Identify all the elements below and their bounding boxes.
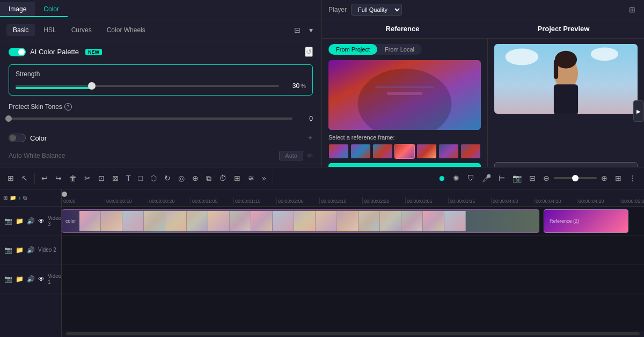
track-2-icon-audio: 🔊: [27, 246, 35, 254]
project-preview-header: Project Preview: [483, 19, 644, 39]
save-apply-button[interactable]: Save & Apply: [494, 162, 638, 167]
tool-cursor[interactable]: ↖: [18, 172, 31, 185]
frame-select-label: Select a reference frame:: [328, 134, 481, 141]
subtab-curves[interactable]: Curves: [65, 24, 98, 36]
sub-tabs-bar: Basic HSL Curves Color Wheels ⊟ ▾: [0, 19, 321, 41]
tool-tag[interactable]: ⊨: [495, 172, 508, 185]
svg-rect-3: [375, 86, 434, 88]
subtab-color-wheels[interactable]: Color Wheels: [100, 24, 152, 36]
thumb-1[interactable]: [328, 144, 349, 159]
palette-reset-icon[interactable]: ↺: [305, 47, 313, 57]
thumb-2[interactable]: [350, 144, 371, 159]
tool-more[interactable]: »: [259, 172, 269, 185]
track-3-icon-audio: 🔊: [27, 217, 35, 225]
add-track-icon[interactable]: ⊞: [3, 195, 8, 201]
from-local-btn[interactable]: From Local: [377, 44, 422, 55]
toolbar: ⊞ ↖ ↩ ↪ 🗑 ✂ ⊡ ⊠ T □ ⬡ ↻ ◎ ⊕ ⧉ ⏱ ⊞ ≋ » ⏺ …: [0, 167, 644, 189]
protect-slider[interactable]: [9, 118, 292, 120]
subtab-hsl[interactable]: HSL: [37, 24, 62, 36]
tool-zoom-in[interactable]: ⊕: [598, 172, 611, 185]
tool-screenshot[interactable]: ⊟: [526, 172, 539, 185]
track-label-tools: ⊞ 📁 ♪ ⧉: [0, 189, 61, 207]
right-arrow-button[interactable]: ▶: [633, 100, 644, 122]
ruler-mark-2: 00:00:00:20: [148, 197, 191, 204]
star-icon: ✦: [308, 134, 313, 142]
color-toggle[interactable]: [9, 134, 26, 142]
color-section-label: Color: [30, 134, 47, 142]
tab-color[interactable]: Color: [35, 2, 68, 17]
tool-resize[interactable]: ⊞: [231, 172, 244, 185]
track-3-icon-camera: 📷: [4, 217, 12, 225]
ruler-mark-1: 00:00:00:10: [105, 197, 148, 204]
grid-icon[interactable]: ⊞: [627, 3, 638, 16]
expand-icon[interactable]: ▾: [307, 24, 315, 36]
from-project-btn[interactable]: From Project: [328, 44, 377, 55]
tool-shield[interactable]: ⛉: [464, 172, 478, 185]
zoom-slider[interactable]: [554, 177, 597, 179]
tool-clip[interactable]: ⧉: [203, 172, 215, 185]
marker-icon[interactable]: ⧉: [23, 195, 27, 201]
track-1-icon-camera: 📷: [4, 275, 12, 283]
track-1-icon-eye[interactable]: 👁: [38, 275, 45, 283]
tool-marker[interactable]: ⊕: [189, 172, 202, 185]
tool-undo[interactable]: ↩: [38, 172, 51, 185]
subtab-basic[interactable]: Basic: [6, 24, 35, 36]
tool-record[interactable]: ⏺: [435, 172, 449, 185]
thumb-4[interactable]: [394, 144, 415, 159]
generate-button[interactable]: Generate: [328, 163, 481, 167]
ruler-mark-0: 00:00: [62, 197, 105, 204]
svg-rect-11: [554, 60, 558, 79]
tool-grid-layout[interactable]: ⊞: [612, 172, 625, 185]
tool-redo[interactable]: ↪: [52, 172, 65, 185]
timeline-scrollbar[interactable]: [66, 332, 640, 335]
tool-zoom-out[interactable]: ⊖: [540, 172, 553, 185]
project-preview-image: [494, 44, 638, 114]
tool-effect[interactable]: ✺: [450, 172, 463, 185]
ruler-mark-9: 00:00:03:15: [448, 197, 491, 204]
strength-box: Strength 30 %: [9, 64, 313, 96]
tool-rotate[interactable]: ↻: [161, 172, 174, 185]
tool-cut[interactable]: ✂: [81, 172, 94, 185]
tool-more-right[interactable]: ⋮: [626, 172, 640, 185]
auto-btn[interactable]: Auto: [279, 151, 303, 160]
folder-icon[interactable]: 📁: [10, 195, 16, 201]
tool-split[interactable]: ⊠: [109, 172, 122, 185]
track-label-1: 📷 📁 🔊 👁 Video 1: [0, 265, 61, 294]
thumb-5[interactable]: [416, 144, 437, 159]
color-clip[interactable]: color: [62, 209, 539, 233]
quality-select[interactable]: Full Quality Half Quality: [351, 4, 402, 16]
layout-icon[interactable]: ⊟: [292, 24, 303, 36]
reference-clip[interactable]: Reference (2): [544, 209, 628, 233]
tool-shape[interactable]: ⬡: [147, 172, 160, 185]
ruler-mark-7: 00:00:02:20: [362, 197, 405, 204]
ai-palette-toggle[interactable]: [9, 48, 26, 56]
tab-image[interactable]: Image: [0, 2, 35, 17]
strength-slider[interactable]: [16, 85, 279, 87]
music-icon[interactable]: ♪: [18, 195, 21, 201]
auto-wb-row: Auto White Balance Auto ✏: [0, 148, 321, 164]
svg-point-5: [506, 49, 539, 65]
reference-preview: [328, 60, 481, 130]
track-3-icon-eye[interactable]: 👁: [38, 217, 45, 225]
tool-crop[interactable]: ⊡: [95, 172, 108, 185]
tool-sticker[interactable]: ◎: [175, 172, 188, 185]
thumb-3[interactable]: [372, 144, 393, 159]
tool-mic[interactable]: 🎤: [479, 172, 494, 185]
tool-rect[interactable]: □: [135, 172, 146, 185]
tool-paint[interactable]: ≋: [245, 172, 258, 185]
reference-panel: From Project From Local: [322, 39, 488, 167]
protect-label-text: Protect Skin Tones: [9, 103, 62, 111]
timeline-main: 00:00 00:00:00:10 00:00:00:20 00:00:01:0…: [62, 189, 644, 337]
thumb-6[interactable]: [438, 144, 459, 159]
color-section: Color ✦: [0, 128, 321, 148]
tool-cam[interactable]: 📷: [509, 172, 525, 185]
track-2-label: Video 2: [38, 247, 56, 253]
tool-delete[interactable]: 🗑: [66, 172, 80, 185]
thumb-7[interactable]: [460, 144, 481, 159]
track-1-icon-folder: 📁: [16, 275, 24, 283]
tool-text[interactable]: T: [123, 172, 134, 185]
tool-timer[interactable]: ⏱: [216, 172, 230, 185]
tool-multi[interactable]: ⊞: [4, 172, 17, 185]
ruler-marks: 00:00 00:00:00:10 00:00:00:20 00:00:01:0…: [62, 189, 644, 206]
source-toggle: From Project From Local: [328, 44, 422, 55]
